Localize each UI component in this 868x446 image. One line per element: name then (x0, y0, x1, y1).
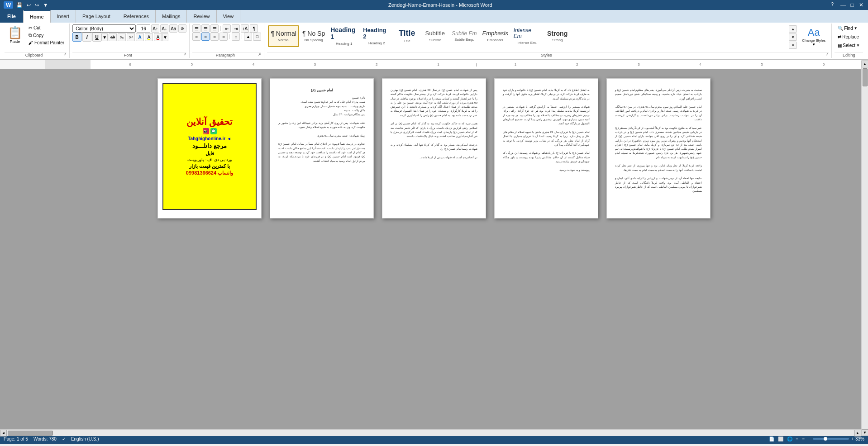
view-web-btn[interactable]: 🌐 (787, 437, 792, 441)
view-fullscreen-btn[interactable]: ⬜ (778, 437, 783, 441)
tab-view[interactable]: View (217, 10, 241, 23)
spell-check-icon[interactable]: ✓ (62, 437, 66, 441)
decrease-indent-btn[interactable]: ⇤ (223, 24, 231, 33)
style-no-spacing-preview: ¶ No Sp (302, 30, 325, 37)
customize-quick-btn[interactable]: ▼ (42, 2, 49, 8)
align-center-btn[interactable]: ≡ (201, 33, 210, 41)
underline-dropdown[interactable]: ▼ (101, 33, 108, 41)
ruler-mark-6r: 6 (823, 62, 825, 66)
align-left-btn[interactable]: ≡ (192, 33, 200, 41)
text-highlight-btn[interactable]: A (145, 33, 153, 41)
font-name-select[interactable]: Calibri (Body) (72, 24, 136, 33)
clear-format-btn[interactable]: ⊘ (178, 24, 186, 33)
increase-indent-btn[interactable]: ⇥ (232, 24, 240, 33)
style-title[interactable]: Title Title (393, 25, 420, 47)
tab-references[interactable]: References (117, 10, 156, 23)
view-draft-btn[interactable]: ≡ (802, 437, 805, 441)
font-dialog-launcher[interactable]: ↗ (183, 52, 186, 58)
select-dropdown[interactable]: ▼ (856, 43, 860, 47)
italic-btn[interactable]: I (82, 33, 91, 42)
borders-btn[interactable]: □ (253, 33, 261, 41)
font-color-btn[interactable]: A (154, 33, 162, 41)
minimize-btn[interactable]: — (840, 2, 846, 8)
h-scroll-track[interactable] (7, 430, 854, 436)
change-styles-button[interactable]: Aa Change Styles ▼ (799, 24, 829, 49)
styles-scroll-down[interactable]: ▼ (789, 33, 797, 41)
ruler-mark-5r: 5 (761, 62, 763, 66)
subscript-btn[interactable]: X₂ (118, 33, 126, 41)
line-spacing-btn[interactable]: ↕ (232, 33, 240, 41)
tab-page-layout[interactable]: Page Layout (76, 10, 117, 23)
save-quick-btn[interactable]: 💾 (15, 2, 24, 9)
tab-mailings[interactable]: Mailings (156, 10, 187, 23)
v-scroll-down-btn[interactable]: ▼ (862, 429, 868, 436)
cut-button[interactable]: ✂ Cut (26, 24, 67, 31)
paragraph-dialog-launcher[interactable]: ↗ (258, 52, 261, 58)
vertical-scrollbar[interactable]: ▲ ▼ (861, 61, 868, 436)
multilevel-btn[interactable]: ☰ (210, 24, 219, 33)
view-print-btn[interactable]: 📄 (769, 437, 774, 441)
justify-btn[interactable]: ≡ (219, 33, 228, 41)
style-subtle-em[interactable]: Subtle Em Subtle Emp. (449, 25, 479, 47)
select-button[interactable]: ▦ Select ▼ (835, 42, 863, 49)
increase-font-btn[interactable]: A↑ (151, 24, 159, 33)
tab-insert[interactable]: Insert (51, 10, 76, 23)
zoom-level[interactable]: 33% (855, 437, 864, 441)
maximize-btn[interactable]: □ (849, 2, 855, 8)
change-case-btn[interactable]: Aa (169, 24, 177, 33)
zoom-in-btn[interactable]: + (851, 437, 854, 441)
align-right-btn[interactable]: ≡ (210, 33, 219, 41)
undo-quick-btn[interactable]: ↩ (25, 2, 32, 9)
view-outline-btn[interactable]: ≡ (796, 437, 799, 441)
bold-btn[interactable]: B (72, 33, 81, 42)
v-scroll-track[interactable] (862, 67, 868, 429)
tab-review[interactable]: Review (187, 10, 216, 23)
style-subtitle[interactable]: Subtitle Subtitle (421, 25, 448, 47)
close-btn[interactable]: ✕ (858, 2, 864, 8)
horizontal-scrollbar[interactable]: ◄ ► (0, 429, 861, 436)
style-emphasis[interactable]: Emphasis Emphasis (480, 25, 510, 47)
help-icon[interactable]: ? (831, 2, 834, 8)
v-scroll-thumb[interactable] (863, 68, 868, 86)
superscript-btn[interactable]: X² (127, 33, 135, 41)
clipboard-dialog-launcher[interactable]: ↗ (63, 52, 67, 58)
change-styles-dropdown[interactable]: ▼ (812, 43, 816, 47)
underline-btn[interactable]: U (92, 33, 101, 42)
numbering-btn[interactable]: ☰ (201, 24, 210, 33)
style-no-spacing-label: No Spacing (304, 38, 323, 42)
style-heading1[interactable]: Heading 1 Heading 1 (328, 25, 360, 47)
replace-button[interactable]: ⇄ Replace (835, 33, 863, 41)
zoom-slider[interactable] (813, 438, 849, 440)
styles-scroll-up[interactable]: ▲ (789, 25, 797, 33)
shading-btn[interactable]: ▲ (244, 33, 252, 41)
h-scroll-left-btn[interactable]: ◄ (0, 430, 7, 437)
zoom-out-btn[interactable]: − (808, 437, 811, 441)
copy-button[interactable]: ⧉ Copy (26, 32, 67, 39)
font-size-input[interactable] (137, 24, 150, 33)
style-strong[interactable]: Strong Strong (544, 25, 571, 47)
language-indicator[interactable]: English (U.S.) (71, 437, 99, 441)
redo-quick-btn[interactable]: ↪ (33, 2, 40, 9)
v-scroll-up-btn[interactable]: ▲ (862, 61, 868, 67)
paste-button[interactable]: 📋 Paste (5, 24, 25, 46)
tab-home[interactable]: Home (24, 10, 51, 23)
styles-dialog-launcher[interactable]: ↗ (825, 52, 829, 58)
decrease-font-btn[interactable]: A↓ (160, 24, 168, 33)
h-scroll-thumb[interactable] (8, 431, 53, 436)
format-painter-button[interactable]: 🖌 Format Painter (26, 39, 67, 46)
font-color-dropdown[interactable]: ▼ (162, 33, 168, 41)
style-normal[interactable]: ¶ Normal Normal (268, 25, 299, 47)
show-hide-btn[interactable]: ¶ (250, 24, 258, 33)
style-no-spacing[interactable]: ¶ No Sp No Spacing (300, 25, 327, 47)
style-heading2[interactable]: Heading 2 Heading 2 (361, 25, 392, 47)
find-dropdown[interactable]: ▼ (854, 26, 858, 30)
h-scroll-right-btn[interactable]: ► (854, 430, 861, 437)
strikethrough-btn[interactable]: ab (109, 33, 117, 41)
style-intense-em[interactable]: Intense Em Intense Em. (511, 25, 543, 47)
text-effects-btn[interactable]: A (136, 33, 144, 41)
find-button[interactable]: 🔍 Find ▼ (835, 24, 863, 32)
bullets-btn[interactable]: ☰ (192, 24, 200, 33)
sort-btn[interactable]: ↕A (241, 24, 249, 33)
tab-file[interactable]: File (0, 10, 24, 23)
styles-more[interactable]: ≡ (789, 42, 797, 49)
